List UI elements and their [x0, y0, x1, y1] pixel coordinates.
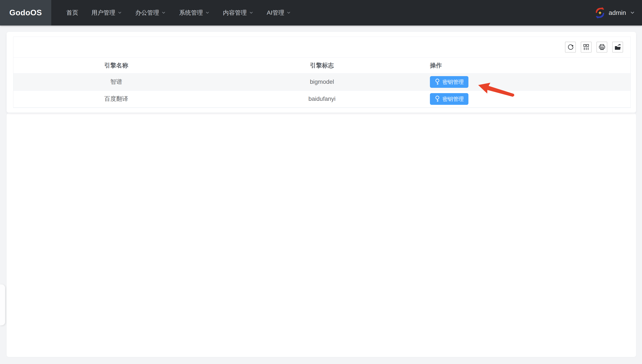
key-manage-button[interactable]: 密钥管理 [430, 93, 468, 105]
user-avatar [595, 7, 605, 19]
user-name: admin [608, 9, 626, 16]
chevron-down-icon [249, 10, 254, 15]
engine-code-cell: baidufanyi [219, 90, 425, 107]
table-header-row: 引擎名称 引擎标志 操作 [14, 58, 630, 73]
columns-icon [583, 44, 590, 50]
actions-cell: 密钥管理 [425, 73, 630, 90]
nav-menu-item[interactable]: 首页 [60, 0, 85, 26]
user-menu[interactable]: admin [595, 7, 642, 19]
export-button[interactable] [612, 42, 623, 52]
print-icon [598, 44, 606, 51]
chevron-down-icon [630, 10, 635, 16]
engines-table: 引擎名称 引擎标志 操作 智谱 bigmodel [14, 58, 630, 108]
export-icon [614, 44, 621, 51]
nav-menu-item[interactable]: 办公管理 [129, 0, 173, 26]
print-button[interactable] [596, 42, 607, 52]
chevron-down-icon [118, 10, 122, 15]
nav-menu-item[interactable]: 系统管理 [173, 0, 216, 26]
engine-name-cell: 百度翻译 [14, 90, 219, 107]
nav-item-label: 办公管理 [135, 9, 159, 17]
table-toolbar [14, 37, 630, 58]
key-icon [435, 78, 440, 85]
column-header: 引擎标志 [219, 58, 425, 73]
table-row: 智谱 bigmodel 密钥管理 [14, 73, 630, 90]
table-row: 百度翻译 baidufanyi 密 [14, 90, 630, 107]
actions-cell: 密钥管理 [425, 90, 630, 107]
chevron-down-icon [286, 10, 291, 15]
refresh-icon [567, 44, 574, 51]
table-body: 智谱 bigmodel 密钥管理 [14, 73, 630, 107]
key-manage-label: 密钥管理 [442, 96, 464, 102]
nav-menu-item[interactable]: 用户管理 [85, 0, 129, 26]
engine-code-cell: bigmodel [219, 73, 425, 90]
column-header: 操作 [425, 58, 630, 73]
columns-button[interactable] [581, 42, 591, 52]
key-manage-label: 密钥管理 [442, 78, 464, 86]
table-card: 引擎名称 引擎标志 操作 智谱 bigmodel [13, 36, 631, 108]
main-menu: 首页 用户管理 办公管理 [60, 0, 298, 26]
nav-item-label: 首页 [66, 9, 78, 17]
top-nav: GodoOS 首页 用户管理 办公管理 [0, 0, 642, 26]
engine-name-cell: 智谱 [14, 73, 219, 90]
nav-item-label: 用户管理 [92, 9, 115, 17]
main-content: 引擎名称 引擎标志 操作 智谱 bigmodel [0, 26, 642, 364]
chevron-down-icon [205, 10, 210, 15]
page: GodoOS 首页 用户管理 办公管理 [0, 0, 642, 364]
empty-panel [7, 113, 636, 357]
content-panel: 引擎名称 引擎标志 操作 智谱 bigmodel [7, 32, 636, 113]
nav-item-label: 系统管理 [179, 9, 203, 17]
nav-menu-item[interactable]: 内容管理 [216, 0, 260, 26]
refresh-button[interactable] [565, 42, 576, 52]
drawer-handle[interactable] [0, 284, 5, 325]
column-header: 引擎名称 [14, 58, 219, 73]
nav-item-label: AI管理 [267, 9, 284, 17]
chevron-down-icon [161, 10, 166, 15]
key-manage-button[interactable]: 密钥管理 [430, 76, 468, 88]
key-icon [435, 96, 440, 102]
brand-logo[interactable]: GodoOS [0, 0, 51, 26]
nav-item-label: 内容管理 [223, 9, 247, 17]
nav-menu-item[interactable]: AI管理 [260, 0, 298, 26]
